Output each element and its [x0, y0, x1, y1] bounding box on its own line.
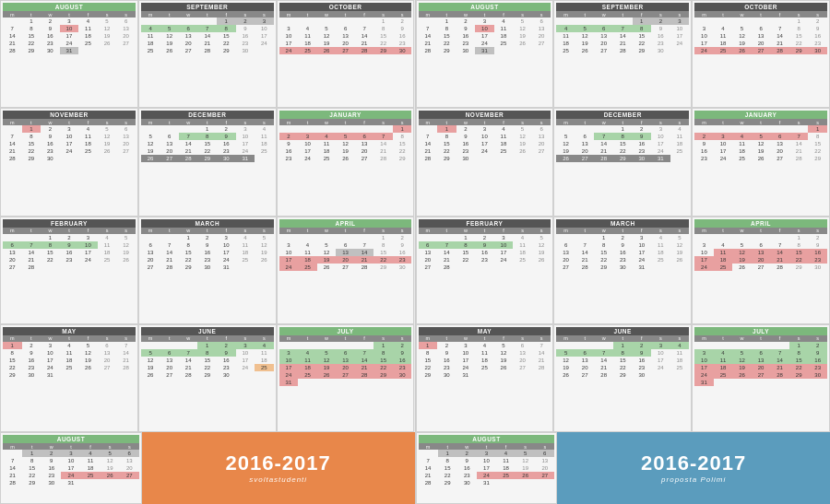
dec-header: DECEMBER — [141, 111, 274, 119]
right-half: AUGUST mtwtfss 123456 78910111213 141516… — [416, 0, 831, 504]
dec-grid: 1234 567891011 12131415161718 1920212223… — [141, 125, 274, 162]
mar-days-header: mtwtfss — [141, 228, 274, 234]
aug-days-header: mtwtfss — [3, 11, 136, 18]
nov-days-header: mtwtfss — [3, 119, 136, 125]
r-mar-header: MARCH — [556, 219, 689, 228]
left-label-block: 2016-2017 svoltastudenti — [142, 432, 415, 504]
jun-grid: 1234 567891011 12131415161718 1920212223… — [141, 342, 274, 379]
r-cal-january: JANUARY mtwtfss 1 2345678 9101112131415 … — [692, 108, 830, 216]
r-jun-header: JUNE — [556, 327, 689, 335]
right-cal-row-4: MAY mtwtfss 1234567 891011121314 1516171… — [416, 324, 831, 432]
cal-february-left: FEBRUARY mtwtfss 12345 6789101112 131415… — [0, 217, 138, 324]
right-year-label: 2016-2017 — [641, 452, 746, 475]
cal-may-left: MAY mtwtfss 1234567 891011121314 1516171… — [0, 324, 138, 432]
aug-header: AUGUST — [3, 3, 136, 11]
r-cal-august-bottom: AUGUST mtwtfss 123456 78910111213 141516… — [416, 432, 558, 504]
r-cal-may: MAY mtwtfss 1234567 891011121314 1516171… — [416, 324, 554, 432]
nov-header: NOVEMBER — [3, 111, 136, 119]
r-aug-header: AUGUST — [419, 3, 551, 11]
cal-july-left: JULY mtwtfss 12 3456789 10111213141516 1… — [277, 324, 415, 432]
left-sub-label: svoltastudenti — [249, 475, 307, 484]
cal-august-bottom-left: AUGUST mtwtfss 123456 78910111213 141516… — [0, 432, 142, 504]
cal-december-left: DECEMBER mtwtfss 1234 567891011 12131415… — [138, 108, 277, 216]
feb-header: FEBRUARY — [3, 219, 136, 228]
cal-row-1: AUGUST mtwtfss 123456 78910111213 141516… — [0, 0, 415, 108]
cal-september-left: SEPTEMBER mtwtfss 123 45678910 111213141… — [138, 0, 277, 108]
apr-header: APRIL — [279, 219, 412, 228]
cal-october-left: OCTOBER mtwtfss 12 3456789 1011121314151… — [277, 0, 415, 108]
r-cal-february: FEBRUARY mtwtfss 12345 6789101112 131415… — [416, 217, 554, 324]
left-half: AUGUST mtwtfss 123456 78910111213 141516… — [0, 0, 415, 504]
cal-april-left: APRIL mtwtfss 12 3456789 10111213141516 … — [277, 217, 415, 324]
r-nov-header: NOVEMBER — [419, 111, 551, 119]
r-may-header: MAY — [419, 327, 551, 335]
sep-days-header: mtwtfss — [141, 11, 274, 18]
right-label-block: 2016-2017 proposta Polimi — [557, 432, 830, 504]
r-aug-bottom-header: AUGUST — [419, 435, 555, 443]
r-jan-header: JANUARY — [694, 111, 827, 119]
r-cal-july: JULY mtwtfss 12 3456789 10111213141516 1… — [692, 324, 830, 432]
aug-grid: 123456 78910111213 14151617181920 212223… — [3, 18, 136, 54]
aug-bottom-days: mtwtfss — [3, 443, 139, 450]
cal-august-left: AUGUST mtwtfss 123456 78910111213 141516… — [0, 0, 138, 108]
right-cal-row-2: NOVEMBER mtwtfss 123456 78910111213 1415… — [416, 108, 831, 216]
r-cal-august: AUGUST mtwtfss 123456 78910111213 141516… — [416, 0, 554, 108]
left-calendar-grid: AUGUST mtwtfss 123456 78910111213 141516… — [0, 0, 415, 504]
cal-row-3: FEBRUARY mtwtfss 12345 6789101112 131415… — [0, 217, 415, 324]
r-cal-november: NOVEMBER mtwtfss 123456 78910111213 1415… — [416, 108, 554, 216]
may-grid: 1234567 891011121314 15161718192021 2223… — [3, 342, 136, 379]
cal-january-left: JANUARY mtwtfss 1 2345678 9101112131415 … — [277, 108, 415, 216]
jul-grid: 12 3456789 10111213141516 17181920212223… — [279, 342, 412, 386]
r-cal-october: OCTOBER mtwtfss 12 3456789 1011121314151… — [692, 0, 830, 108]
may-header: MAY — [3, 327, 136, 335]
jan-days-header: mtwtfss — [279, 119, 412, 125]
right-calendar-grid: AUGUST mtwtfss 123456 78910111213 141516… — [416, 0, 831, 504]
r-jul-header: JULY — [694, 327, 827, 335]
jun-header: JUNE — [141, 327, 274, 335]
dec-days-header: mtwtfss — [141, 119, 274, 125]
sep-header: SEPTEMBER — [141, 3, 274, 11]
right-sub-label: proposta Polimi — [661, 475, 726, 484]
oct-days-header: mtwtfss — [279, 11, 412, 18]
r-cal-december: DECEMBER mtwtfss 1234 567891011 12131415… — [553, 108, 692, 216]
feb-grid: 12345 6789101112 13141516171819 20212223… — [3, 234, 136, 271]
right-cal-row-1: AUGUST mtwtfss 123456 78910111213 141516… — [416, 0, 831, 108]
r-sep-header: SEPTEMBER — [556, 3, 689, 11]
cal-row-2: NOVEMBER mtwtfss 123456 78910111213 1415… — [0, 108, 415, 216]
oct-header: OCTOBER — [279, 3, 412, 11]
sep-grid: 123 45678910 11121314151617 181920212223… — [141, 18, 274, 54]
may-days-header: mtwtfss — [3, 335, 136, 342]
r-cal-march: MARCH mtwtfss 12345 6789101112 131415161… — [553, 217, 692, 324]
r-dec-header: DECEMBER — [556, 111, 689, 119]
feb-days-header: mtwtfss — [3, 228, 136, 234]
mar-header: MARCH — [141, 219, 274, 228]
nov-grid: 123456 78910111213 14151617181920 212223… — [3, 125, 136, 162]
jan-header: JANUARY — [279, 111, 412, 119]
cal-march-left: MARCH mtwtfss 12345 6789101112 131415161… — [138, 217, 277, 324]
r-oct-header: OCTOBER — [694, 3, 827, 11]
jul-days-header: mtwtfss — [279, 335, 412, 342]
main-container: AUGUST mtwtfss 123456 78910111213 141516… — [0, 0, 830, 504]
cal-november-left: NOVEMBER mtwtfss 123456 78910111213 1415… — [0, 108, 138, 216]
jul-header: JULY — [279, 327, 412, 335]
r-cal-september: SEPTEMBER mtwtfss 123 45678910 111213141… — [553, 0, 692, 108]
r-feb-header: FEBRUARY — [419, 219, 551, 228]
aug-bottom-grid: 123456 78910111213 14151617181920 212223… — [3, 450, 139, 486]
cal-june-left: JUNE mtwtfss 1234 567891011 121314151617… — [138, 324, 277, 432]
r-apr-header: APRIL — [694, 219, 827, 228]
bottom-row-left: AUGUST mtwtfss 123456 78910111213 141516… — [0, 432, 415, 504]
oct-grid: 12 3456789 10111213141516 17181920212223… — [279, 18, 412, 54]
mar-grid: 12345 6789101112 13141516171819 20212223… — [141, 234, 274, 271]
left-year-label: 2016-2017 — [226, 452, 331, 475]
aug-bottom-header: AUGUST — [3, 435, 139, 443]
r-cal-april: APRIL mtwtfss 12 3456789 10111213141516 … — [692, 217, 830, 324]
apr-grid: 12 3456789 10111213141516 17181920212223… — [279, 234, 412, 271]
bottom-row-right: AUGUST mtwtfss 123456 78910111213 141516… — [416, 432, 831, 504]
apr-days-header: mtwtfss — [279, 228, 412, 234]
jan-grid: 1 2345678 9101112131415 16171819202122 2… — [279, 125, 412, 162]
jun-days-header: mtwtfss — [141, 335, 274, 342]
right-cal-row-3: FEBRUARY mtwtfss 12345 6789101112 131415… — [416, 217, 831, 324]
r-cal-june: JUNE mtwtfss 1234 567891011 121314151617… — [553, 324, 692, 432]
cal-row-4: MAY mtwtfss 1234567 891011121314 1516171… — [0, 324, 415, 432]
